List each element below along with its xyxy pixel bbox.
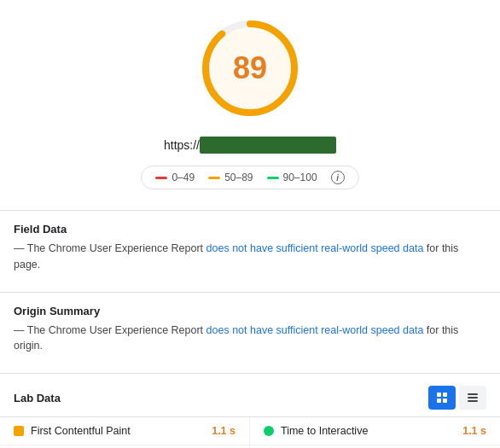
metrics-left-col: First Contentful Paint 1.1 s Speed Index… <box>0 417 250 448</box>
origin-summary-title: Origin Summary <box>14 305 100 317</box>
metric-value-tti: 1.1 s <box>452 425 486 437</box>
legend-label-orange: 50–89 <box>224 172 253 183</box>
metrics-table: First Contentful Paint 1.1 s Speed Index… <box>0 416 500 448</box>
metric-icon-fcp <box>14 426 24 436</box>
toggle-list-button[interactable] <box>459 386 486 410</box>
svg-rect-7 <box>468 397 478 399</box>
toggle-table-button[interactable] <box>428 386 456 410</box>
score-legend: 0–49 50–89 90–100 i <box>141 166 358 189</box>
lab-data-header: Lab Data <box>0 374 500 416</box>
score-circle: 89 <box>199 17 301 119</box>
url-domain <box>200 137 336 154</box>
list-icon <box>467 392 479 404</box>
field-data-title: Field Data <box>14 223 67 236</box>
svg-rect-8 <box>468 400 478 402</box>
table-icon <box>436 392 448 404</box>
legend-dot-red <box>155 177 167 179</box>
field-data-body: — The Chrome User Experience Report does… <box>14 241 486 273</box>
view-toggle <box>428 386 486 410</box>
origin-summary-prefix: — The Chrome User Experience Report <box>14 324 206 336</box>
legend-label-red: 0–49 <box>172 172 195 183</box>
metric-value-fcp: 1.1 s <box>201 425 235 437</box>
field-data-prefix: — The Chrome User Experience Report <box>14 242 206 254</box>
lab-data-title: Lab Data <box>14 392 61 404</box>
url-display: https:// <box>164 137 336 154</box>
legend-item-red: 0–49 <box>155 172 195 183</box>
metrics-right-col: Time to Interactive 1.1 s Total Blocking… <box>250 417 500 448</box>
field-data-section: Field Data — The Chrome User Experience … <box>0 211 500 282</box>
legend-label-green: 90–100 <box>283 172 317 183</box>
legend-dot-orange <box>208 177 220 179</box>
metric-icon-tti <box>264 426 274 436</box>
field-data-link[interactable]: does not have sufficient real-world spee… <box>206 242 424 254</box>
legend-item-green: 90–100 <box>267 172 317 183</box>
svg-rect-5 <box>443 399 447 403</box>
score-section: 89 <box>0 0 500 130</box>
list-item: Time to Interactive 1.1 s <box>250 417 500 445</box>
url-section: https:// <box>0 130 500 159</box>
origin-summary-body: — The Chrome User Experience Report does… <box>14 323 486 355</box>
svg-rect-6 <box>468 393 478 395</box>
legend-item-orange: 50–89 <box>208 172 253 183</box>
metric-name-fcp: First Contentful Paint <box>31 425 195 437</box>
score-value: 89 <box>233 50 267 86</box>
list-item: First Contentful Paint 1.1 s <box>0 417 249 445</box>
svg-rect-2 <box>437 393 441 397</box>
metric-name-tti: Time to Interactive <box>281 425 445 437</box>
svg-rect-4 <box>437 399 441 403</box>
info-icon[interactable]: i <box>331 171 345 184</box>
url-prefix: https:// <box>164 138 200 152</box>
legend-dot-green <box>267 177 279 179</box>
svg-rect-3 <box>443 393 447 397</box>
origin-summary-section: Origin Summary — The Chrome User Experie… <box>0 293 500 364</box>
origin-summary-link[interactable]: does not have sufficient real-world spee… <box>206 324 424 336</box>
